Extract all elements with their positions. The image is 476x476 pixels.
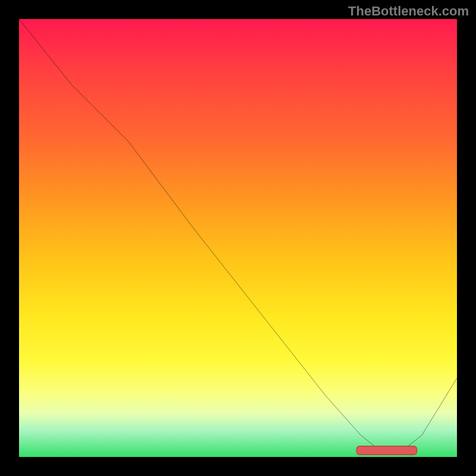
- line-chart-svg: [19, 19, 457, 457]
- curve-path: [19, 19, 457, 453]
- watermark-text: TheBottleneck.com: [348, 4, 469, 19]
- highlight-marker: [356, 446, 418, 455]
- chart-gradient-area: [19, 19, 457, 457]
